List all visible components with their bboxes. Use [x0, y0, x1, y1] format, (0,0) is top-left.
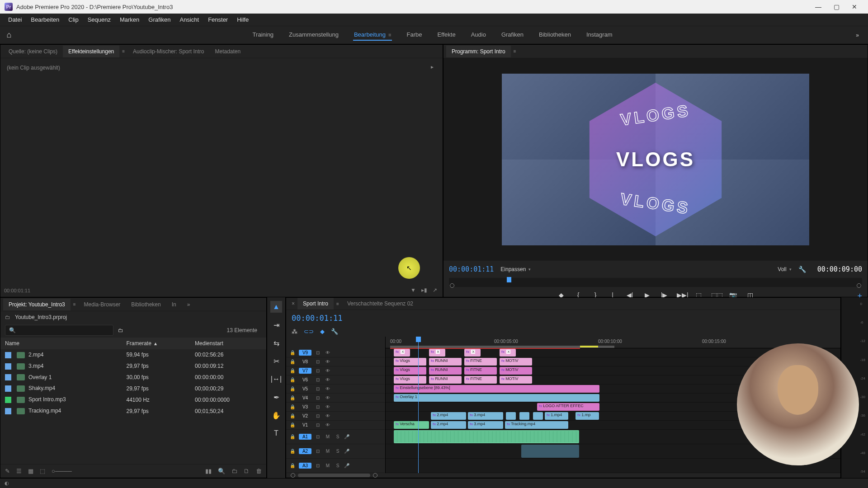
clip[interactable]: fxX [394, 349, 410, 357]
table-row[interactable]: Sport Intro.mp344100 Hz00:00:00:0000 [0, 394, 266, 405]
track-header-a2[interactable]: 🔒A2⊡MS🎤 [286, 444, 385, 459]
program-viewer[interactable]: VLOGS VLOGS VLOGS [443, 58, 868, 261]
clip[interactable]: fxFITNE [464, 367, 497, 375]
clip[interactable]: fxVlogs [394, 367, 426, 375]
track-header-v9[interactable]: 🔒V9⊡👁 [286, 348, 385, 357]
clip[interactable]: fxVerscha [394, 421, 429, 429]
tab-program[interactable]: Programm: Sport Intro [446, 46, 511, 57]
clip[interactable]: fxMOTIV [500, 367, 532, 375]
selection-tool[interactable]: ▲ [270, 301, 282, 313]
workspace-bearbeitung[interactable]: Bearbeitung≡ [353, 29, 392, 41]
audio-clip[interactable] [394, 430, 579, 443]
automate-icon[interactable]: ▮▮ [205, 468, 212, 474]
menu-clip[interactable]: Clip [64, 14, 83, 25]
search-input[interactable]: 🔍 [5, 325, 113, 336]
table-row[interactable]: 3.mp429,97 fps00:00:09:12 [0, 361, 266, 372]
track-header-v7[interactable]: 🔒V7⊡👁 [286, 366, 385, 375]
sync-lock-icon[interactable]: ⊡ [314, 368, 321, 373]
workspace-zusammenstellung[interactable]: Zusammenstellung [288, 29, 340, 41]
clip[interactable]: fxMOTIV [500, 376, 532, 384]
eye-icon[interactable]: 👁 [324, 422, 331, 427]
sync-lock-icon[interactable]: ⊡ [314, 350, 321, 355]
table-row[interactable]: 2.mp459,94 fps00:02:56:26 [0, 349, 266, 361]
sync-lock-icon[interactable]: ⊡ [314, 463, 321, 468]
sync-lock-icon[interactable]: ⊡ [314, 395, 321, 400]
lock-icon[interactable]: 🔒 [289, 350, 296, 355]
hand-tool[interactable]: ✋ [270, 409, 282, 421]
linked-selection-icon[interactable]: ⊂⊃ [304, 328, 314, 335]
menu-fenster[interactable]: Fenster [203, 14, 232, 25]
track-header-v2[interactable]: 🔒V2⊡👁 [286, 412, 385, 421]
lock-icon[interactable]: 🔒 [289, 449, 296, 454]
export-frame-icon[interactable]: ↗ [433, 287, 437, 293]
lock-icon[interactable]: 🔒 [289, 422, 296, 427]
home-button[interactable]: ⌂ [0, 30, 18, 40]
workspace-bibliotheken[interactable]: Bibliotheken [538, 29, 572, 41]
pen-tool[interactable]: ✒ [270, 391, 282, 403]
track-header-a3[interactable]: 🔒A3⊡MS🎤 [286, 459, 385, 473]
eye-icon[interactable]: 👁 [324, 368, 331, 373]
freeform-view-icon[interactable]: ⬚ [40, 468, 45, 474]
clip[interactable]: fx1.mp4 [545, 412, 568, 420]
new-bin-icon[interactable]: 🗀 [118, 327, 123, 333]
timeline-playhead[interactable] [418, 337, 419, 473]
panel-menu-icon[interactable]: ≡ [511, 49, 519, 54]
clip[interactable]: fxFITNE [464, 358, 497, 366]
track-header-v3[interactable]: 🔒V3⊡👁 [286, 403, 385, 412]
tabs-overflow[interactable]: » [182, 299, 196, 310]
type-tool[interactable]: T [270, 427, 282, 439]
track-a3[interactable] [386, 459, 840, 473]
tab-source[interactable]: Metadaten [209, 46, 246, 57]
snap-icon[interactable]: ⁂ [292, 328, 297, 335]
menu-bearbeiten[interactable]: Bearbeiten [26, 14, 64, 25]
clip[interactable]: fxVlogs [394, 358, 426, 366]
clip[interactable]: fxVlogs [394, 376, 426, 384]
clip[interactable]: fxOverlay 1 [394, 394, 599, 402]
clip[interactable]: fxTracking.mp4 [505, 421, 568, 429]
time-ruler[interactable]: 00:0000:00:05:0000:00:10:0000:00:15:00 [386, 337, 840, 348]
lock-icon[interactable]: 🔒 [289, 377, 296, 382]
clip[interactable] [506, 412, 516, 420]
eye-icon[interactable]: 👁 [324, 359, 331, 364]
tab-project[interactable]: Bibliotheken [126, 299, 166, 310]
lock-icon[interactable]: 🔒 [289, 434, 296, 439]
maximize-button[interactable]: ▢ [827, 0, 845, 14]
quality-dropdown[interactable]: Voll▾ [778, 266, 791, 272]
table-row[interactable]: Tracking.mp429,97 fps00;01;50;24 [0, 405, 266, 417]
new-bin-button[interactable]: 🗀 [231, 468, 237, 474]
clip[interactable]: fxLOGO AFTER EFFEC [537, 403, 599, 411]
timeline-timecode[interactable]: 00:00:01:11 [292, 314, 835, 323]
column-header[interactable]: Name [0, 338, 122, 349]
ripple-edit-tool[interactable]: ⇆ [270, 337, 282, 349]
tab-sequence[interactable]: Verschachtelte Sequenz 02 [342, 298, 419, 310]
track-select-tool[interactable]: ⇥ [270, 319, 282, 331]
clip[interactable]: fxX [429, 349, 445, 357]
solo-button[interactable]: S [334, 434, 341, 439]
menu-hilfe[interactable]: Hilfe [232, 14, 253, 25]
clip[interactable]: fx3.mp4 [468, 412, 503, 420]
playhead-marker[interactable] [507, 277, 511, 282]
slip-tool[interactable]: |↔| [270, 373, 282, 385]
sync-lock-icon[interactable]: ⊡ [314, 359, 321, 364]
track-header-a1[interactable]: 🔒A1⊡MS🎤 [286, 430, 385, 444]
program-scrubber[interactable] [449, 278, 862, 287]
lock-icon[interactable]: 🔒 [289, 404, 296, 409]
mute-button[interactable]: M [324, 449, 331, 454]
clip[interactable]: fx3.mp4 [468, 421, 503, 429]
timeline-settings-icon[interactable]: 🔧 [331, 328, 338, 335]
mic-icon[interactable]: 🎤 [344, 449, 349, 454]
eye-icon[interactable]: 👁 [324, 377, 331, 382]
sync-lock-icon[interactable]: ⊡ [314, 413, 321, 418]
clip[interactable]: fxMOTIV [500, 358, 532, 366]
menu-marken[interactable]: Marken [115, 14, 144, 25]
tab-project[interactable]: Media-Browser [79, 299, 126, 310]
clip[interactable]: fxX [500, 349, 516, 357]
audio-clip[interactable] [521, 445, 579, 458]
timeline-scrollbar[interactable] [286, 473, 840, 478]
solo-button[interactable]: S [334, 463, 341, 468]
clip[interactable]: fxRUNNI [429, 358, 462, 366]
lock-icon[interactable]: 🔒 [289, 386, 296, 391]
column-header[interactable]: Framerate▴ [122, 338, 190, 349]
workspace-training[interactable]: Training [252, 29, 274, 41]
lock-icon[interactable]: 🔒 [289, 359, 296, 364]
